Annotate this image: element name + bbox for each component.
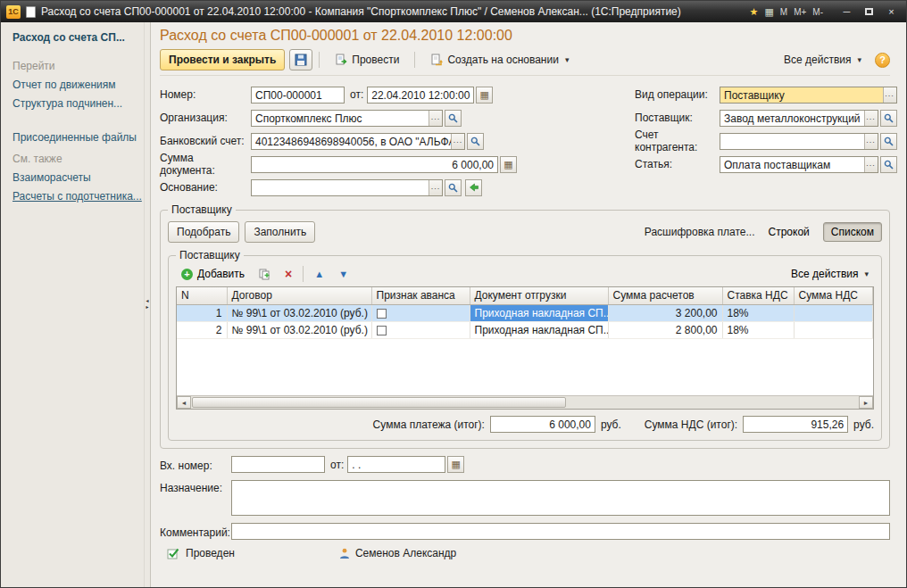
post-and-close-button[interactable]: Провести и закрыть [160,49,285,70]
bank-account-input[interactable]: 40123486948698940056, в ОАО "АЛЬФА-БАНК"… [251,133,465,150]
move-row-down-button[interactable]: ▼ [333,267,354,282]
all-actions-button[interactable]: Все действия ▾ [775,49,870,70]
basis-choice-button[interactable]: ... [429,180,442,195]
scroll-left-button[interactable]: ◄ [177,396,191,409]
create-on-basis-button[interactable]: Создать на основании ▾ [421,49,578,70]
cell-vat-rate[interactable]: 18% [722,321,794,338]
scroll-right-button[interactable]: ► [859,396,873,409]
fill-from-basis-button[interactable] [465,179,482,196]
delete-row-button[interactable]: × [279,266,297,282]
contractor-account-open-button[interactable] [880,133,897,150]
table-empty-area[interactable] [177,339,873,396]
comment-input[interactable] [231,523,890,540]
purpose-textarea[interactable] [231,480,890,516]
sidebar-item-mutual-settlements[interactable]: Взаиморасчеты [12,171,138,184]
splitter-collapse-icon[interactable]: ◄ ► [145,298,150,311]
date-input[interactable]: 22.04.2010 12:00:00 [367,87,474,104]
column-header-settlement-sum[interactable]: Сумма расчетов [608,287,722,304]
scrollbar-thumb[interactable] [192,397,566,408]
article-open-button[interactable] [880,156,897,173]
article-input[interactable]: Оплата поставщикам ... [720,156,878,173]
cell-contract[interactable]: № 99\1 от 03.02.2010 (руб.) [227,304,371,321]
supplier-inner-caption: Поставщику [176,249,244,261]
column-header-advance[interactable]: Признак аванса [371,287,470,304]
date-calendar-button[interactable]: ▦ [476,87,493,104]
column-header-vat-sum[interactable]: Сумма НДС [794,287,873,304]
scrollbar-track[interactable] [191,396,859,409]
move-row-up-button[interactable]: ▲ [309,267,329,282]
column-header-shipment-doc[interactable]: Документ отгрузки [470,287,608,304]
incoming-date-calendar-button[interactable]: ▦ [447,456,464,473]
sidebar-item-attached-files[interactable]: Присоединенные файлы [12,131,138,144]
table-horizontal-scrollbar[interactable]: ◄ ► [177,395,873,409]
row-mode-toggle[interactable]: Строкой [761,222,818,242]
memory-m-button[interactable]: M [780,7,787,17]
column-header-contract[interactable]: Договор [227,287,371,304]
bank-account-open-button[interactable] [467,133,484,150]
organization-open-button[interactable] [445,110,462,127]
calculator-icon[interactable]: ▦ [764,6,773,18]
supplier-open-button[interactable] [880,110,897,127]
cell-vat-rate[interactable]: 18% [722,304,794,321]
cell-shipment-doc[interactable]: Приходная накладная СП... [470,304,608,321]
contractor-account-choice-button[interactable]: ... [864,134,878,149]
table-row[interactable]: 2 № 99\1 от 03.02.2010 (руб.) Приходная … [177,321,873,338]
doc-sum-calculator-button[interactable]: ▦ [500,156,517,173]
memory-m-plus-button[interactable]: M+ [794,7,806,17]
sidebar-item-subordination-structure[interactable]: Структура подчинен... [12,97,138,110]
post-button[interactable]: Провести [326,49,408,70]
titlebar-service-icons: ★ ▦ M M+ M- [750,6,823,18]
add-row-button[interactable]: + Добавить [176,265,250,283]
vat-total-field[interactable]: 915,26 [743,416,848,433]
minimize-button[interactable]: ─ [836,4,858,20]
supplier-choice-button[interactable]: ... [864,111,878,126]
list-mode-toggle[interactable]: Списком [823,222,882,242]
fill-button[interactable]: Заполнить [245,221,315,243]
organization-input[interactable]: Спорткомплекс Плюс ... [251,110,443,127]
cell-n[interactable]: 1 [177,304,227,321]
cell-advance[interactable] [371,321,470,338]
save-button[interactable] [289,49,312,70]
column-header-vat-rate[interactable]: Ставка НДС [722,287,794,304]
article-choice-button[interactable]: ... [864,157,878,172]
help-button[interactable]: ? [875,53,890,68]
maximize-button[interactable] [858,4,880,20]
sidebar-item-accountable-settlements[interactable]: Расчеты с подотчетника... [12,190,138,203]
operation-type-input[interactable]: Поставщику ... [720,87,897,104]
cell-settlement-sum[interactable]: 2 800,00 [608,321,722,338]
incoming-number-input[interactable] [231,456,325,473]
number-input[interactable]: СП00-000001 [251,87,345,104]
cell-shipment-doc[interactable]: Приходная накладная СП... [470,321,608,338]
cell-n[interactable]: 2 [177,321,227,338]
advance-checkbox[interactable] [377,326,387,335]
bank-account-choice-button[interactable]: ... [451,134,464,149]
row-organization: Организация: Спорткомплекс Плюс ... [160,106,624,129]
advance-checkbox[interactable] [377,309,387,319]
column-header-n[interactable]: N [177,287,227,304]
cell-contract[interactable]: № 99\1 от 03.02.2010 (руб.) [227,321,371,338]
table-row[interactable]: 1 № 99\1 от 03.02.2010 (руб.) Приходная … [177,304,873,321]
cell-vat-sum[interactable] [794,321,873,338]
sidebar-item-current-document[interactable]: Расход со счета СП... [12,31,138,44]
sidebar-item-movements-report[interactable]: Отчет по движениям [12,79,138,91]
contractor-account-input[interactable]: ... [720,133,878,150]
organization-choice-button[interactable]: ... [429,111,442,126]
copy-row-button[interactable] [254,266,276,283]
sidebar-splitter[interactable]: ◄ ► [144,22,151,587]
cell-vat-sum[interactable] [794,304,873,321]
cell-settlement-sum[interactable]: 3 200,00 [608,304,722,321]
close-button[interactable]: × [880,4,903,20]
grid-all-actions-button[interactable]: Все действия ▾ [786,265,874,283]
memory-m-minus-button[interactable]: M- [812,7,823,17]
pick-button[interactable]: Подобрать [168,221,239,243]
supplier-input[interactable]: Завод металлоконструкций ... [720,110,878,127]
magnifier-icon [884,113,894,123]
favorites-star-icon[interactable]: ★ [750,6,759,18]
operation-type-choice-button[interactable]: ... [883,87,896,103]
cell-advance[interactable] [371,304,470,321]
incoming-date-input[interactable]: . . [347,456,445,473]
basis-input[interactable]: ... [251,179,443,196]
basis-open-button[interactable] [445,179,462,196]
payment-total-field[interactable]: 6 000,00 [490,416,595,433]
doc-sum-input[interactable]: 6 000,00 [251,156,498,173]
